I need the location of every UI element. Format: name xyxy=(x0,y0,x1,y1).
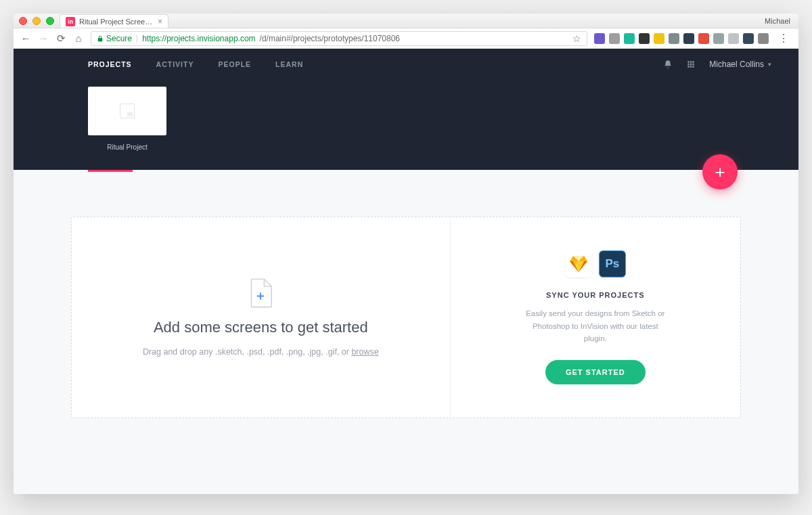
nav-right: Michael Collins ▾ xyxy=(663,60,771,69)
nav-links: PROJECTS ACTIVITY PEOPLE LEARN xyxy=(88,60,303,68)
sync-description: Easily send your designs from Sketch or … xyxy=(521,307,670,344)
dropzone-upload-area[interactable]: Add some screens to get started Drag and… xyxy=(72,217,451,418)
extension-icon[interactable] xyxy=(609,33,620,44)
chevron-down-icon: ▾ xyxy=(768,61,771,68)
dropzone-subtitle-text: Drag and drop any .sketch, .psd, .pdf, .… xyxy=(143,347,352,357)
sketch-logo-icon xyxy=(565,250,592,277)
app-body: + Add some screens to get started Drag a… xyxy=(14,172,798,494)
apps-grid-icon[interactable] xyxy=(686,60,696,69)
lock-icon xyxy=(97,35,104,42)
browser-toolbar: ← → ⟳ ⌂ Secure | https://projects.invisi… xyxy=(14,28,798,49)
project-name: Ritual Project xyxy=(88,143,166,151)
bookmark-star-icon[interactable]: ☆ xyxy=(572,33,581,44)
tab-strip: in Ritual Project Screens - InVisio × xyxy=(60,14,168,28)
extension-icon[interactable] xyxy=(698,33,709,44)
forward-button: → xyxy=(38,32,49,44)
extension-icon[interactable] xyxy=(758,33,769,44)
titlebar: in Ritual Project Screens - InVisio × Mi… xyxy=(14,14,798,28)
page-content: PROJECTS ACTIVITY PEOPLE LEARN Michael C… xyxy=(14,49,798,494)
nav-activity[interactable]: ACTIVITY xyxy=(156,60,194,68)
nav-people[interactable]: PEOPLE xyxy=(218,60,251,68)
user-menu[interactable]: Michael Collins ▾ xyxy=(709,60,771,69)
extension-icon[interactable] xyxy=(743,33,754,44)
extension-icon[interactable] xyxy=(654,33,664,44)
extension-icon[interactable] xyxy=(728,33,739,44)
sync-title: SYNC YOUR PROJECTS xyxy=(546,291,645,299)
browse-link[interactable]: browse xyxy=(351,347,378,357)
nav-learn[interactable]: LEARN xyxy=(275,60,303,68)
window-controls xyxy=(19,17,54,25)
extension-icon[interactable] xyxy=(639,33,650,44)
image-placeholder-icon xyxy=(120,104,135,118)
app-logos: Ps xyxy=(565,250,626,277)
url-host: https://projects.invisionapp.com xyxy=(142,34,255,43)
secure-indicator: Secure xyxy=(97,34,132,43)
back-button[interactable]: ← xyxy=(20,32,31,44)
close-window-button[interactable] xyxy=(19,17,27,25)
extension-icon[interactable] xyxy=(669,33,679,44)
extension-icon[interactable] xyxy=(713,33,724,44)
sync-panel: Ps SYNC YOUR PROJECTS Easily send your d… xyxy=(451,217,740,418)
notifications-icon[interactable] xyxy=(663,60,673,69)
project-row: Ritual Project xyxy=(14,80,798,170)
photoshop-logo-icon: Ps xyxy=(599,250,626,277)
minimize-window-button[interactable] xyxy=(32,17,41,25)
browser-tab[interactable]: in Ritual Project Screens - InVisio × xyxy=(60,14,168,28)
tab-close-button[interactable]: × xyxy=(158,18,162,26)
extension-icon[interactable] xyxy=(624,33,635,44)
tab-title: Ritual Project Screens - InVisio xyxy=(79,18,154,26)
app-header: PROJECTS ACTIVITY PEOPLE LEARN Michael C… xyxy=(14,49,798,170)
file-add-icon xyxy=(248,278,273,308)
dropzone-title: Add some screens to get started xyxy=(154,319,368,336)
browser-menu-button[interactable]: ⋮ xyxy=(775,32,792,45)
maximize-window-button[interactable] xyxy=(46,17,54,25)
user-name: Michael Collins xyxy=(709,60,764,69)
nav-projects[interactable]: PROJECTS xyxy=(88,60,132,68)
project-card[interactable]: Ritual Project xyxy=(88,87,166,151)
browser-window: in Ritual Project Screens - InVisio × Mi… xyxy=(14,14,798,494)
extension-icons xyxy=(594,33,769,44)
project-thumbnail xyxy=(88,87,166,135)
chrome-profile-label[interactable]: Michael xyxy=(765,17,790,25)
home-button[interactable]: ⌂ xyxy=(73,32,84,44)
tab-favicon: in xyxy=(66,17,75,26)
secure-label: Secure xyxy=(106,34,132,43)
url-path: /d/main#/projects/prototypes/11070806 xyxy=(260,34,400,43)
app-nav: PROJECTS ACTIVITY PEOPLE LEARN Michael C… xyxy=(14,49,798,80)
reload-button[interactable]: ⟳ xyxy=(55,32,66,45)
extension-icon[interactable] xyxy=(594,33,605,44)
dropzone-subtitle: Drag and drop any .sketch, .psd, .pdf, .… xyxy=(143,347,379,357)
add-fab-button[interactable]: + xyxy=(702,154,738,189)
address-bar[interactable]: Secure | https://projects.invisionapp.co… xyxy=(91,31,587,46)
dropzone[interactable]: Add some screens to get started Drag and… xyxy=(71,217,741,418)
extension-icon[interactable] xyxy=(683,33,694,44)
get-started-button[interactable]: GET STARTED xyxy=(545,360,646,384)
